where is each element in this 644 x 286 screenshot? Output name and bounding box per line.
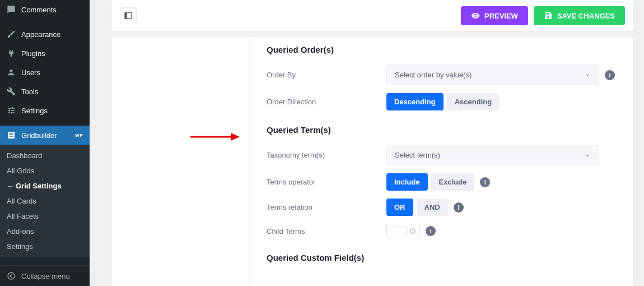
collapse-menu[interactable]: Collapse menu xyxy=(0,266,90,286)
grid-icon xyxy=(7,131,16,140)
save-label: SAVE CHANGES xyxy=(557,12,615,20)
taxonomy-terms-label: Taxonomy term(s) xyxy=(267,151,386,159)
info-icon[interactable]: i xyxy=(426,226,436,236)
submenu-dashboard[interactable]: Dashboard xyxy=(0,148,90,163)
order-direction-label: Order Direction xyxy=(267,98,386,106)
save-icon xyxy=(544,11,553,20)
sidebar-item-label: Users xyxy=(21,68,83,77)
sidebar-item-plugins[interactable]: Plugins xyxy=(0,44,90,63)
svg-rect-2 xyxy=(9,135,13,135)
order-by-select[interactable]: Select order by value(s) xyxy=(386,64,599,85)
save-button[interactable]: SAVE CHANGES xyxy=(534,6,625,25)
sidebar-item-appearance[interactable]: Appearance xyxy=(0,25,90,44)
brush-icon xyxy=(7,30,16,39)
relation-or[interactable]: OR xyxy=(386,199,413,216)
sidebar-item-label: Appearance xyxy=(21,30,83,39)
order-by-placeholder: Select order by value(s) xyxy=(395,71,472,79)
operator-exclude[interactable]: Exclude xyxy=(431,173,475,191)
svg-marker-8 xyxy=(231,133,240,141)
terms-operator-label: Terms operator xyxy=(267,178,386,186)
sidebar-item-users[interactable]: Users xyxy=(0,63,90,82)
sidebar-item-badge: WP xyxy=(75,133,83,138)
topbar: PREVIEW SAVE CHANGES xyxy=(112,0,633,31)
wrench-icon xyxy=(7,87,16,96)
sidebar-item-gridbuilder[interactable]: Gridbuilder WP xyxy=(0,126,90,145)
toggle-dot xyxy=(410,228,416,234)
panel-icon xyxy=(124,11,133,20)
child-terms-toggle[interactable] xyxy=(386,224,420,238)
submenu-addons[interactable]: Add-ons xyxy=(0,224,90,239)
content-panel: Queried Order(s) Order By Select order b… xyxy=(112,37,633,286)
toggle-knob xyxy=(389,226,408,236)
submenu-all-facets[interactable]: All Facets xyxy=(0,209,90,224)
collapse-label: Collapse menu xyxy=(21,272,70,280)
svg-rect-6 xyxy=(125,13,127,19)
sidebar-item-label: Settings xyxy=(21,107,83,115)
sidebar-item-comments[interactable]: Comments xyxy=(0,0,90,19)
content-left-rail xyxy=(112,37,250,286)
taxonomy-terms-select[interactable]: Select term(s) xyxy=(386,145,599,165)
taxonomy-terms-placeholder: Select term(s) xyxy=(395,151,440,159)
submenu-grid-settings[interactable]: Grid Settings xyxy=(0,178,90,193)
eye-icon xyxy=(471,11,480,20)
user-icon xyxy=(7,68,16,77)
sliders-icon xyxy=(7,106,16,115)
sidebar-item-settings[interactable]: Settings xyxy=(0,101,90,120)
info-icon[interactable]: i xyxy=(605,70,615,80)
order-by-label: Order By xyxy=(267,71,386,79)
collapse-icon xyxy=(7,271,16,280)
section-queried-custom-title: Queried Custom Field(s) xyxy=(267,253,616,262)
sidebar-item-tools[interactable]: Tools xyxy=(0,82,90,101)
submenu-settings[interactable]: Settings xyxy=(0,239,90,254)
sidebar-item-label: Plugins xyxy=(21,49,83,58)
sidebar-item-label: Tools xyxy=(21,87,83,96)
operator-include[interactable]: Include xyxy=(386,173,428,191)
svg-rect-3 xyxy=(9,136,13,136)
svg-point-4 xyxy=(8,273,15,279)
terms-relation-label: Terms relation xyxy=(267,203,386,211)
info-icon[interactable]: i xyxy=(480,177,490,187)
child-terms-label: Child Terms xyxy=(267,227,386,236)
submenu-all-grids[interactable]: All Grids xyxy=(0,163,90,178)
sidebar-submenu: Dashboard All Grids Grid Settings All Ca… xyxy=(0,145,90,257)
chevron-down-icon xyxy=(584,152,591,159)
preview-label: PREVIEW xyxy=(484,12,518,20)
main-area: PREVIEW SAVE CHANGES Queried Order(s) Or… xyxy=(90,0,644,286)
direction-ascending[interactable]: Ascending xyxy=(447,93,500,110)
chevron-down-icon xyxy=(584,72,591,79)
admin-sidebar: Comments Appearance Plugins Users Tools … xyxy=(0,0,90,286)
section-queried-terms-title: Queried Term(s) xyxy=(267,125,616,135)
panel-toggle-button[interactable] xyxy=(120,7,137,24)
relation-and[interactable]: AND xyxy=(417,199,448,216)
sidebar-item-label: Gridbuilder xyxy=(21,131,69,140)
submenu-all-cards[interactable]: All Cards xyxy=(0,193,90,209)
plug-icon xyxy=(7,49,16,58)
svg-rect-1 xyxy=(9,133,13,133)
direction-descending[interactable]: Descending xyxy=(386,93,444,110)
content-body: Queried Order(s) Order By Select order b… xyxy=(250,37,633,286)
preview-button[interactable]: PREVIEW xyxy=(461,6,528,25)
info-icon[interactable]: i xyxy=(454,202,464,213)
comment-icon xyxy=(7,5,16,14)
arrow-annotation xyxy=(190,131,241,142)
sidebar-item-label: Comments xyxy=(21,6,83,14)
section-queried-orders-title: Queried Order(s) xyxy=(267,45,616,54)
